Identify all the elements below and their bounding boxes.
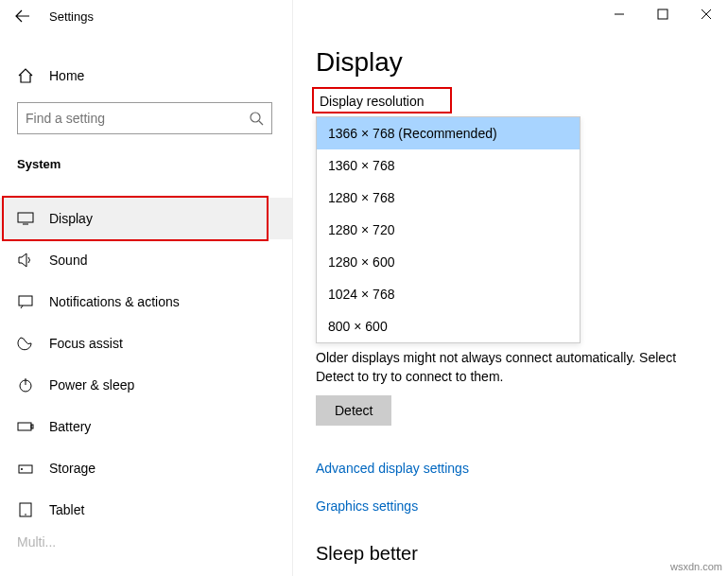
maximize-icon xyxy=(657,9,668,20)
resolution-option[interactable]: 800 × 600 xyxy=(317,310,580,342)
resolution-option[interactable]: 1280 × 768 xyxy=(317,182,580,214)
sidebar-item-label: Tablet xyxy=(49,502,84,517)
svg-point-8 xyxy=(21,468,23,470)
svg-rect-5 xyxy=(18,423,31,430)
resolution-dropdown[interactable]: 1366 × 768 (Recommended) 1360 × 768 1280… xyxy=(316,116,581,343)
notifications-icon xyxy=(17,293,34,310)
svg-rect-0 xyxy=(658,9,667,19)
back-button[interactable] xyxy=(0,0,45,32)
sidebar-item-label: Sound xyxy=(49,253,87,268)
svg-rect-6 xyxy=(31,425,33,428)
sleep-better-heading: Sleep better xyxy=(316,543,705,565)
sidebar-item-label: Focus assist xyxy=(49,336,123,351)
maximize-button[interactable] xyxy=(641,0,685,28)
arrow-left-icon xyxy=(15,9,30,24)
resolution-option[interactable]: 1024 × 768 xyxy=(317,278,580,310)
sidebar-item-battery[interactable]: Battery xyxy=(0,406,293,447)
close-icon xyxy=(701,9,712,20)
sidebar-item-truncated: Multi... xyxy=(0,531,293,553)
sidebar-item-label: Storage xyxy=(49,461,95,476)
storage-icon xyxy=(17,460,34,477)
detect-button[interactable]: Detect xyxy=(316,395,391,426)
sidebar-item-label: Power & sleep xyxy=(49,377,134,393)
resolution-label: Display resolution xyxy=(316,91,428,112)
main-content: Display Display resolution 1366 × 768 (R… xyxy=(293,32,728,576)
sidebar-item-label: Notifications & actions xyxy=(49,294,180,309)
svg-point-10 xyxy=(25,514,26,515)
sidebar-item-label: Display xyxy=(49,211,93,226)
advanced-display-link[interactable]: Advanced display settings xyxy=(316,461,469,476)
sidebar-item-notifications[interactable]: Notifications & actions xyxy=(0,281,293,323)
svg-point-1 xyxy=(251,113,260,122)
sidebar-item-display[interactable]: Display xyxy=(0,198,293,239)
svg-rect-2 xyxy=(18,213,33,222)
sidebar-item-tablet[interactable]: Tablet xyxy=(0,489,293,531)
home-button[interactable]: Home xyxy=(0,57,293,95)
resolution-option[interactable]: 1366 × 768 (Recommended) xyxy=(317,117,580,149)
sidebar-item-storage[interactable]: Storage xyxy=(0,447,293,489)
resolution-option[interactable]: 1280 × 720 xyxy=(317,214,580,246)
close-button[interactable] xyxy=(685,0,728,28)
battery-icon xyxy=(17,418,34,435)
power-icon xyxy=(17,376,34,393)
sidebar-item-power-sleep[interactable]: Power & sleep xyxy=(0,364,293,406)
sidebar-item-label: Battery xyxy=(49,419,91,434)
display-icon xyxy=(17,210,34,227)
graphics-settings-link[interactable]: Graphics settings xyxy=(316,498,418,514)
focus-assist-icon xyxy=(17,335,34,352)
sidebar-item-focus-assist[interactable]: Focus assist xyxy=(0,323,293,364)
svg-rect-3 xyxy=(19,296,32,305)
search-icon xyxy=(249,111,264,126)
minimize-icon xyxy=(614,9,625,20)
window-title: Settings xyxy=(45,9,94,24)
search-field[interactable] xyxy=(26,111,249,126)
sound-icon xyxy=(17,252,34,269)
tablet-icon xyxy=(17,501,34,518)
resolution-option[interactable]: 1360 × 768 xyxy=(317,149,580,182)
resolution-option[interactable]: 1280 × 600 xyxy=(317,246,580,278)
watermark: wsxdn.com xyxy=(670,561,722,572)
sidebar: Home System Display Sound Notifications … xyxy=(0,32,293,576)
window-controls xyxy=(598,0,728,28)
search-input[interactable] xyxy=(17,102,272,134)
detect-description: Older displays might not always connect … xyxy=(316,349,694,386)
minimize-button[interactable] xyxy=(598,0,641,28)
group-header-system: System xyxy=(0,151,293,181)
home-label: Home xyxy=(49,68,84,83)
sidebar-item-sound[interactable]: Sound xyxy=(0,239,293,281)
home-icon xyxy=(17,67,34,84)
page-title: Display xyxy=(316,47,705,78)
